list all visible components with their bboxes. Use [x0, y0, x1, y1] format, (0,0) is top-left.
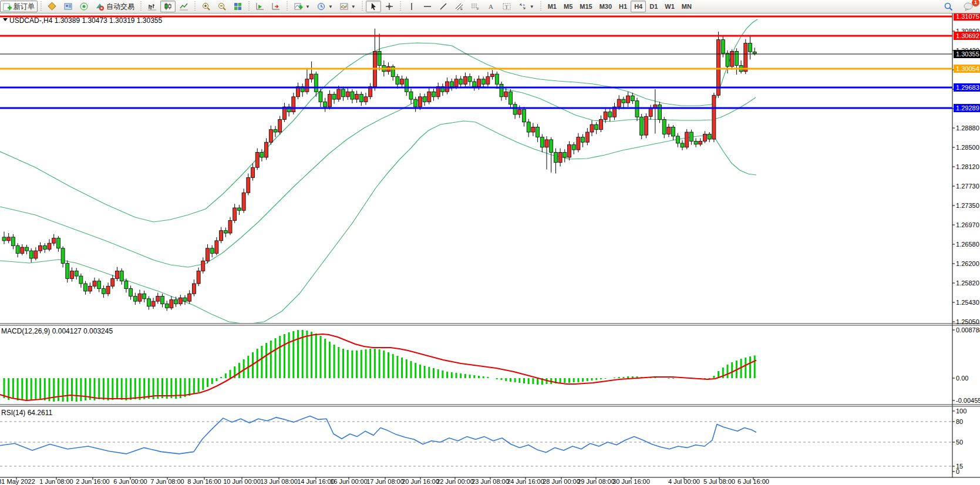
time-axis-label: 29 Jun 08:00 — [577, 478, 615, 485]
trendline-button[interactable] — [436, 1, 451, 12]
candle-body — [346, 92, 349, 97]
macd-axis-tick: 0.008788 — [956, 326, 980, 334]
time-axis-label: 22 Jun 00:00 — [436, 478, 474, 485]
new-order-label: 新订单 — [14, 2, 35, 12]
time-axis-label: 13 Jun 08:00 — [260, 478, 298, 485]
text-label-button[interactable]: T — [499, 1, 514, 12]
time-axis-label: 4 Jul 00:00 — [668, 478, 700, 485]
auto-scroll-button[interactable] — [252, 1, 268, 12]
vertical-line-button[interactable] — [404, 1, 419, 12]
arrows-icon — [518, 2, 527, 11]
candle-body — [508, 92, 512, 105]
candle-body — [48, 243, 51, 249]
timeframe-M15[interactable]: M15 — [576, 1, 595, 12]
timeframe-H4[interactable]: H4 — [631, 1, 646, 12]
templates-icon — [339, 2, 349, 11]
candle-body — [274, 130, 277, 132]
tile-windows-button[interactable] — [230, 1, 245, 12]
tile-windows-icon — [233, 2, 243, 11]
price-chart[interactable]: 1.308001.304201.300401.296501.292701.288… — [0, 0, 980, 485]
timeframe-H1[interactable]: H1 — [615, 1, 631, 12]
candle-body — [617, 99, 621, 107]
data-window-icon — [63, 2, 73, 11]
equidistant-channel-button[interactable]: E — [452, 1, 467, 12]
candle-body — [52, 238, 56, 244]
candle-body — [192, 284, 196, 294]
timeframe-M5[interactable]: M5 — [560, 1, 576, 12]
equidistant-channel-icon: E — [454, 2, 464, 11]
zoom-out-button[interactable] — [214, 1, 230, 12]
crosshair-button[interactable] — [382, 1, 397, 12]
text-icon: A — [486, 2, 496, 11]
candle-body — [237, 208, 241, 210]
candle-body — [585, 132, 589, 142]
svg-text:F: F — [477, 7, 479, 11]
chart-shift-button[interactable] — [268, 1, 284, 12]
timeframe-M1[interactable]: M1 — [544, 1, 560, 12]
candle-body — [712, 95, 716, 139]
candle-body — [133, 297, 137, 302]
candlestick-chart-button[interactable] — [160, 1, 176, 12]
templates-button[interactable]: ▼ — [336, 1, 359, 12]
autotrading-button[interactable]: 自动交易 — [92, 1, 137, 12]
new-order-button[interactable]: 新订单 — [0, 1, 38, 12]
price-badge-value: 1.30355 — [956, 50, 979, 58]
fibonacci-button[interactable]: F — [467, 1, 483, 12]
text-button[interactable]: A — [483, 1, 499, 12]
line-chart-button[interactable] — [176, 1, 191, 12]
candle-body — [640, 117, 644, 135]
toolbar-grip — [285, 1, 289, 12]
time-axis-label: 28 Jun 00:00 — [543, 478, 580, 485]
zoom-in-button[interactable] — [198, 1, 214, 12]
cursor-button[interactable] — [366, 1, 381, 12]
candle-body — [314, 74, 318, 92]
candle-body — [342, 89, 345, 97]
indicators-button[interactable]: ▼ — [291, 1, 313, 12]
timeframe-D1[interactable]: D1 — [646, 1, 661, 12]
horizontal-line-button[interactable] — [420, 1, 435, 12]
candle-body — [247, 177, 250, 193]
data-window-button[interactable] — [60, 1, 76, 12]
candle-body — [310, 74, 314, 79]
candle-body — [540, 137, 544, 147]
candle-body — [260, 152, 264, 157]
notifications-button[interactable]: 1 — [960, 1, 976, 12]
candle-body — [432, 92, 436, 97]
candle-body — [577, 137, 580, 150]
price-badge-value: 1.30692 — [956, 32, 979, 39]
candle-body — [414, 99, 417, 107]
candle-body — [7, 237, 11, 241]
candle-body — [477, 79, 481, 87]
candle-body — [644, 116, 648, 135]
candle-body — [56, 238, 60, 248]
time-axis-label: 31 May 2022 — [0, 478, 35, 485]
navigator-button[interactable] — [76, 1, 92, 12]
candle-body — [608, 112, 612, 117]
candle-body — [400, 79, 404, 85]
chevron-down-icon: ▼ — [305, 4, 310, 9]
candle-body — [572, 145, 575, 150]
candle-body — [689, 132, 693, 142]
candle-body — [201, 261, 205, 271]
candle-body — [328, 95, 331, 107]
timeframe-M30[interactable]: M30 — [596, 1, 615, 12]
search-button[interactable] — [941, 1, 957, 12]
text-label-icon: T — [502, 2, 511, 11]
chart-menu-arrow-icon[interactable] — [3, 18, 8, 21]
candle-body — [355, 95, 359, 100]
candle-body — [138, 294, 142, 301]
bar-chart-button[interactable] — [144, 1, 160, 12]
candle-body — [518, 109, 521, 114]
candle-body — [699, 142, 702, 144]
metaeditor-button[interactable] — [45, 1, 60, 12]
timeframe-MN[interactable]: MN — [678, 1, 695, 12]
candle-body — [685, 132, 689, 147]
candle-body — [423, 97, 426, 102]
candle-body — [504, 92, 508, 97]
rsi-axis-tick: 50 — [956, 439, 963, 446]
timeframe-W1[interactable]: W1 — [661, 1, 678, 12]
arrows-button[interactable]: ▼ — [515, 1, 537, 12]
periods-button[interactable]: ▼ — [314, 1, 336, 12]
svg-text:T: T — [505, 4, 508, 10]
candle-body — [590, 124, 594, 132]
